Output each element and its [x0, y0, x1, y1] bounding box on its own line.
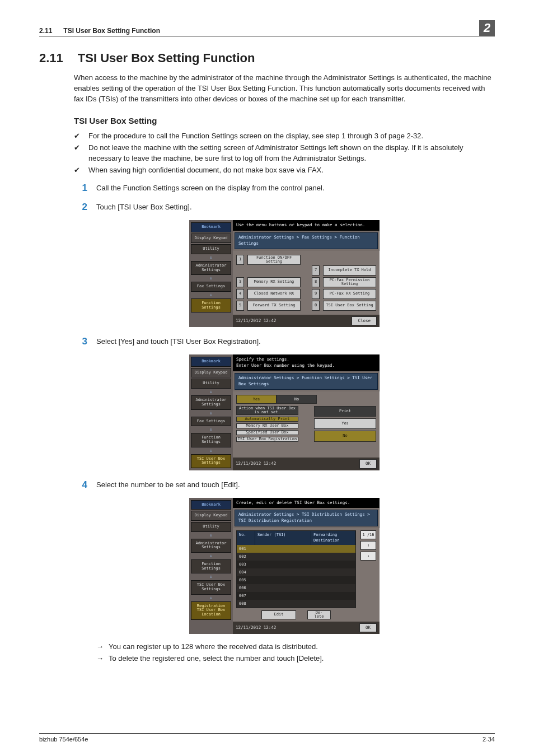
tsi-table: No.Sender (TSI)Forwarding Destination 00… — [236, 530, 356, 608]
status-datetime: 12/11/2012 12:42 — [236, 461, 276, 467]
step-number: 2 — [74, 200, 87, 214]
bookmark-button[interactable]: Bookmark — [191, 357, 231, 367]
fax-settings-button[interactable]: Fax Settings — [191, 417, 231, 427]
screen-instruction: Create, edit or delete TSI User Box sett… — [233, 498, 380, 508]
section-number: 2.11 — [39, 51, 63, 66]
action-label: Action when TSI User Box is not set. — [236, 406, 298, 415]
screen-instruction: Use the menu buttons or keypad to make a… — [233, 220, 380, 231]
display-keypad-button[interactable]: Display Keypad — [191, 511, 231, 521]
chapter-badge: 2 — [479, 20, 495, 36]
function-settings-button[interactable]: Function Settings — [191, 559, 231, 573]
procedure-steps: 1Call the Function Settings screen on th… — [74, 181, 495, 214]
memory-rx-userbox-button[interactable]: Memory RX User Box — [236, 423, 298, 428]
key-1[interactable]: 1 — [236, 255, 244, 265]
step-number: 4 — [74, 478, 87, 492]
chevron-down-icon: ↓ — [191, 449, 231, 453]
auto-print-button[interactable]: Automatically Print — [236, 417, 298, 422]
tab-no[interactable]: No — [277, 395, 317, 404]
table-row[interactable]: 001 — [237, 545, 355, 553]
close-button[interactable]: Close — [352, 316, 377, 326]
breadcrumb: Administrator Settings > TSI Distributio… — [235, 510, 378, 526]
delete-button[interactable]: De- lete — [307, 610, 331, 619]
utility-button[interactable]: Utility — [191, 522, 231, 532]
key-5[interactable]: 5 — [236, 301, 244, 311]
footer-model: bizhub 754e/654e — [39, 736, 88, 743]
page-footer: bizhub 754e/654e 2-34 — [39, 733, 495, 743]
function-onoff-button[interactable]: Function ON/OFF Setting — [247, 255, 301, 265]
key-8[interactable]: 8 — [312, 277, 320, 287]
function-settings-button[interactable]: Function Settings — [191, 298, 231, 312]
chevron-down-icon: ↓ — [191, 411, 231, 416]
col-destination: Forwarding Destination — [311, 531, 355, 544]
ok-button[interactable]: OK — [359, 459, 377, 469]
table-row[interactable]: 005 — [237, 576, 355, 584]
step-number: 3 — [74, 335, 87, 349]
procedure-steps: 4Select the number to be set and touch [… — [74, 478, 495, 492]
key-4[interactable]: 4 — [236, 289, 244, 299]
utility-button[interactable]: Utility — [191, 379, 231, 389]
tsi-user-box-button[interactable]: TSI User Box Setting — [323, 301, 376, 311]
tsi-registration-button[interactable]: TSI User Box Registration — [236, 437, 298, 442]
ok-button[interactable]: OK — [359, 623, 377, 633]
closed-network-rx-button[interactable]: Closed Network RX — [247, 289, 301, 299]
breadcrumb: Administrator Settings > Fax Settings > … — [235, 232, 378, 249]
subsection-heading: TSI User Box Setting — [74, 115, 495, 127]
header-section-no: 2.11 — [39, 27, 62, 35]
page-up-button[interactable]: ↑ — [360, 541, 376, 550]
key-9[interactable]: 9 — [312, 289, 320, 299]
section-title: TSI User Box Setting Function — [78, 51, 255, 66]
print-no-button[interactable]: No — [314, 431, 376, 441]
display-keypad-button[interactable]: Display Keypad — [191, 234, 231, 244]
specified-userbox-button[interactable]: Specified User Box — [236, 430, 298, 435]
chevron-down-icon: ↓ — [191, 596, 231, 600]
function-settings-button[interactable]: Function Settings — [191, 433, 231, 447]
utility-button[interactable]: Utility — [191, 244, 231, 254]
sub-notes: You can register up to 128 where the rec… — [96, 642, 495, 664]
breadcrumb: Administrator Settings > Function Settin… — [235, 373, 378, 390]
table-row[interactable]: 008 — [237, 600, 355, 608]
tsi-user-box-settings-button[interactable]: TSI User Box Settings — [191, 454, 231, 468]
memory-rx-button[interactable]: Memory RX Setting — [247, 277, 301, 287]
admin-settings-button[interactable]: Administrator Settings — [191, 539, 231, 553]
bookmark-button[interactable]: Bookmark — [191, 222, 231, 232]
key-3[interactable]: 3 — [236, 277, 244, 287]
note-item: You can register up to 128 where the rec… — [96, 642, 495, 652]
screen-instruction: Specify the settings. Enter User Box num… — [233, 354, 380, 371]
pcfax-permission-button[interactable]: PC-Fax Permission Setting — [323, 277, 376, 287]
key-0[interactable]: 0 — [312, 301, 320, 311]
screenshot-function-settings: Bookmark Display Keypad Utility ↓ Admini… — [189, 220, 380, 328]
key-7[interactable]: 7 — [312, 265, 320, 276]
note-item: To delete the registered one, select the… — [96, 654, 495, 664]
step-text: Select the number to be set and touch [E… — [96, 478, 240, 492]
chevron-down-icon: ↓ — [191, 554, 231, 558]
print-label: Print — [314, 406, 376, 417]
forward-tx-button[interactable]: Forward TX Setting — [247, 301, 301, 311]
incomplete-tx-hold-button[interactable]: Incomplete TX Hold — [323, 265, 376, 276]
bookmark-button[interactable]: Bookmark — [191, 500, 231, 510]
page-down-button[interactable]: ↓ — [360, 552, 376, 561]
tsi-user-box-settings-button[interactable]: TSI User Box Settings — [191, 580, 231, 594]
admin-settings-button[interactable]: Administrator Settings — [191, 261, 231, 275]
fax-settings-button[interactable]: Fax Settings — [191, 282, 231, 292]
registration-location-button[interactable]: Registration TSI User Box Location — [191, 601, 231, 620]
col-no: No. — [237, 531, 255, 544]
admin-settings-button[interactable]: Administrator Settings — [191, 395, 231, 409]
status-datetime: 12/11/2012 12:42 — [236, 625, 276, 631]
display-keypad-button[interactable]: Display Keypad — [191, 368, 231, 378]
prereq-item: Do not leave the machine with the settin… — [74, 143, 495, 164]
print-yes-button[interactable]: Yes — [314, 418, 376, 429]
tab-yes[interactable]: Yes — [236, 395, 277, 404]
chevron-down-icon: ↓ — [191, 533, 231, 538]
table-row[interactable]: 002 — [237, 553, 355, 561]
table-row[interactable]: 006 — [237, 584, 355, 592]
table-row[interactable]: 003 — [237, 561, 355, 568]
table-row[interactable]: 007 — [237, 592, 355, 600]
step-text: Touch [TSI User Box Setting]. — [96, 200, 192, 214]
page: 2.11 TSI User Box Setting Function 2 2.1… — [0, 0, 534, 756]
table-row[interactable]: 004 — [237, 568, 355, 576]
intro-paragraph: When access to the machine by the admini… — [74, 73, 495, 105]
pcfax-rx-button[interactable]: PC-Fax RX Setting — [323, 289, 376, 299]
chevron-down-icon: ↓ — [191, 575, 231, 579]
edit-button[interactable]: Edit — [261, 610, 296, 619]
col-sender: Sender (TSI) — [255, 531, 311, 544]
